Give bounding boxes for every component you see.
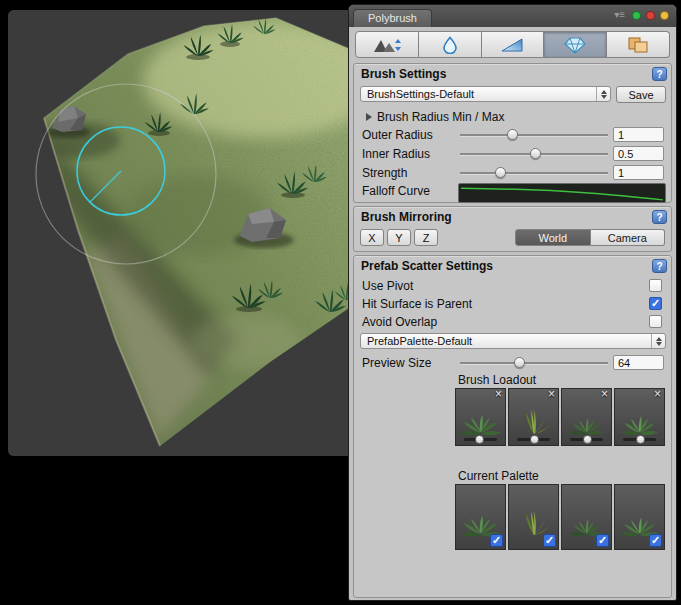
brush-settings-group: Brush Settings ? BrushSettings-Default S… (353, 63, 672, 203)
save-button[interactable]: Save (616, 86, 666, 103)
mountain-icon (372, 36, 402, 54)
loadout-item[interactable]: × (455, 388, 506, 446)
panel-body: Brush Settings ? BrushSettings-Default S… (349, 27, 676, 600)
radius-foldout-row[interactable]: Brush Radius Min / Max (354, 109, 671, 125)
remove-icon[interactable]: × (548, 388, 555, 401)
palette-item[interactable] (508, 484, 559, 550)
paint-mode-button[interactable] (482, 31, 545, 58)
palette-enabled-checkbox[interactable] (649, 534, 662, 547)
tab-title: Polybrush (368, 12, 417, 24)
preview-size-value[interactable]: 64 (613, 355, 664, 370)
dropdown-arrows-icon (651, 334, 665, 348)
falloff-label: Falloff Curve (362, 184, 430, 198)
outer-radius-value[interactable]: 1 (613, 127, 664, 142)
mirror-z-button[interactable]: Z (414, 229, 438, 246)
loadout-weight-slider[interactable] (464, 438, 497, 441)
smooth-mode-button[interactable] (419, 31, 482, 58)
strength-label: Strength (362, 166, 407, 180)
loadout-item[interactable]: × (508, 388, 559, 446)
palette-item[interactable] (614, 484, 665, 550)
window-minimize-icon[interactable] (632, 11, 641, 20)
window-maximize-icon[interactable] (660, 11, 669, 20)
palette-item[interactable] (455, 484, 506, 550)
prefab-scatter-group: Prefab Scatter Settings ? Use Pivot Hit … (353, 255, 672, 598)
palette-enabled-checkbox[interactable] (490, 534, 503, 547)
slider-track[interactable] (460, 362, 608, 364)
polybrush-panel: Polybrush ▾≡ (348, 4, 677, 601)
outer-radius-slider[interactable] (460, 127, 608, 143)
falloff-curve-field[interactable] (458, 183, 666, 203)
mirror-y-button[interactable]: Y (387, 229, 411, 246)
prefab-scatter-title: Prefab Scatter Settings (361, 259, 493, 273)
brush-preset-dropdown[interactable]: BrushSettings-Default (360, 86, 611, 102)
use-pivot-row: Use Pivot (354, 278, 671, 294)
space-world-option[interactable]: World (515, 229, 591, 246)
scatter-mode-button[interactable] (544, 31, 607, 58)
mini-slider-knob[interactable] (530, 435, 539, 444)
mirroring-row: X Y Z World Camera (354, 229, 671, 246)
radius-foldout-label: Brush Radius Min / Max (366, 110, 504, 124)
help-icon[interactable]: ? (652, 67, 667, 81)
foldout-arrow-icon[interactable] (366, 113, 372, 121)
current-palette-label: Current Palette (458, 469, 539, 483)
palette-preset-dropdown[interactable]: PrefabPalette-Default (360, 333, 666, 349)
slider-knob[interactable] (514, 357, 525, 368)
brush-mirroring-group: Brush Mirroring ? X Y Z World Camera (353, 206, 672, 252)
outer-radius-label: Outer Radius (362, 128, 433, 142)
brush-mirroring-title: Brush Mirroring (361, 210, 452, 224)
loadout-weight-slider[interactable] (517, 438, 550, 441)
hit-surface-checkbox[interactable] (649, 297, 662, 310)
brush-loadout-label: Brush Loadout (458, 373, 536, 387)
loadout-weight-slider[interactable] (570, 438, 603, 441)
remove-icon[interactable]: × (495, 388, 502, 401)
help-icon[interactable]: ? (652, 210, 667, 224)
mirror-space-segmented: World Camera (515, 229, 665, 246)
sculpt-mode-button[interactable] (355, 31, 419, 58)
slider-knob[interactable] (495, 167, 506, 178)
texture-icon (626, 36, 650, 54)
loadout-item[interactable]: × (561, 388, 612, 446)
help-icon[interactable]: ? (652, 259, 667, 273)
use-pivot-checkbox[interactable] (649, 279, 662, 292)
window-close-icon[interactable] (646, 11, 655, 20)
palette-enabled-checkbox[interactable] (596, 534, 609, 547)
palette-item[interactable] (561, 484, 612, 550)
inner-radius-value[interactable]: 0.5 (613, 146, 664, 161)
falloff-curve (459, 184, 665, 202)
brush-preset-row: BrushSettings-Default Save (354, 86, 671, 102)
loadout-item[interactable]: × (614, 388, 665, 446)
slider-track[interactable] (460, 134, 608, 136)
loadout-weight-slider[interactable] (623, 438, 656, 441)
space-camera-option[interactable]: Camera (591, 229, 666, 246)
preview-size-slider[interactable] (460, 355, 608, 371)
window-tab-bar: Polybrush ▾≡ (349, 5, 676, 28)
preview-size-row: Preview Size 64 (354, 355, 671, 371)
avoid-overlap-row: Avoid Overlap (354, 314, 671, 330)
avoid-overlap-checkbox[interactable] (649, 315, 662, 328)
remove-icon[interactable]: × (601, 388, 608, 401)
mode-toolbar (355, 31, 670, 58)
strength-value[interactable]: 1 (613, 165, 664, 180)
scene-view[interactable] (8, 10, 352, 456)
scene-render (8, 10, 352, 456)
palette-enabled-checkbox[interactable] (543, 534, 556, 547)
palette-preset-row: PrefabPalette-Default (354, 333, 671, 349)
inner-radius-slider[interactable] (460, 146, 608, 162)
mini-slider-knob[interactable] (636, 435, 645, 444)
mirror-x-button[interactable]: X (360, 229, 384, 246)
brush-preset-value: BrushSettings-Default (367, 88, 474, 100)
texture-mode-button[interactable] (607, 31, 670, 58)
mini-slider-knob[interactable] (583, 435, 592, 444)
mini-slider-knob[interactable] (475, 435, 484, 444)
inner-radius-row: Inner Radius 0.5 (354, 146, 671, 162)
remove-icon[interactable]: × (654, 388, 661, 401)
slider-knob[interactable] (530, 148, 541, 159)
window-controls: ▾≡ (614, 10, 669, 20)
window-menu-icon[interactable]: ▾≡ (614, 10, 625, 20)
hit-surface-label: Hit Surface is Parent (362, 297, 472, 311)
strength-slider[interactable] (460, 165, 608, 181)
slider-knob[interactable] (507, 129, 518, 140)
slider-track[interactable] (460, 172, 608, 174)
wedge-icon (500, 36, 524, 54)
tab-polybrush[interactable]: Polybrush (353, 9, 432, 27)
